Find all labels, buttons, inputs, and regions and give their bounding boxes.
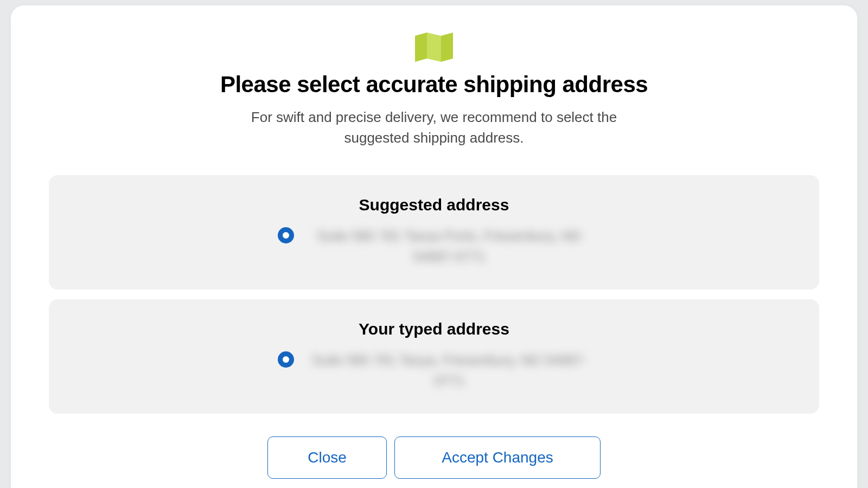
suggested-address-label: Suggested address (65, 196, 803, 214)
typed-address-label: Your typed address (65, 320, 803, 338)
suggested-address-radio[interactable] (278, 227, 294, 243)
typed-address-body: Suite 580 781 Tanya, Friesenbury, ND 549… (65, 350, 803, 391)
modal-title: Please select accurate shipping address (49, 72, 819, 98)
accept-changes-button[interactable]: Accept Changes (394, 436, 601, 479)
modal-subtitle: For swift and precise delivery, we recom… (217, 107, 651, 148)
suggested-address-body: Suite 580 781 Tanya Ports, Friesenbury, … (65, 226, 803, 267)
suggested-address-card[interactable]: Suggested address Suite 580 781 Tanya Po… (49, 175, 819, 290)
address-verification-modal: Please select accurate shipping address … (11, 5, 857, 488)
close-button[interactable]: Close (267, 436, 387, 479)
svg-marker-2 (441, 33, 453, 62)
svg-marker-1 (427, 33, 441, 62)
typed-address-card[interactable]: Your typed address Suite 580 781 Tanya, … (49, 299, 819, 414)
typed-address-text: Suite 580 781 Tanya, Friesenbury, ND 549… (308, 350, 590, 391)
modal-actions: Close Accept Changes (49, 436, 819, 479)
suggested-address-text: Suite 580 781 Tanya Ports, Friesenbury, … (308, 226, 590, 267)
map-icon (414, 33, 454, 62)
svg-marker-0 (415, 33, 427, 62)
typed-address-radio[interactable] (278, 351, 294, 368)
modal-icon-wrap (49, 33, 819, 62)
